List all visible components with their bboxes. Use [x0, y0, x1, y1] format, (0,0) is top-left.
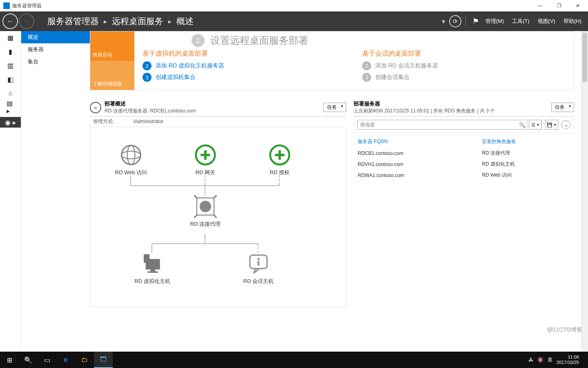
- close-button[interactable]: ✕: [568, 0, 587, 11]
- server-manager-icon[interactable]: 🗔: [94, 352, 113, 368]
- session-deploy-heading: 基于会话的桌面部署: [362, 49, 566, 58]
- minimize-button[interactable]: —: [531, 0, 550, 11]
- show-desktop-button[interactable]: [582, 352, 588, 368]
- rd-licensing-node[interactable]: RD 授权: [259, 144, 300, 176]
- table-row[interactable]: RDVH1.contoso.comRD 虚拟化主机: [354, 159, 574, 170]
- table-row[interactable]: RDWA1.contoso.comRD Web 访问: [354, 170, 574, 181]
- add-session-host-link[interactable]: 2 添加 RD 会话主机服务器: [362, 61, 566, 70]
- tasks-dropdown[interactable]: 任务: [551, 103, 574, 112]
- rail-iis-icon[interactable]: ⌂: [7, 89, 15, 97]
- sidebar-item-collections[interactable]: 集合: [21, 56, 90, 68]
- quickstart-tile[interactable]: 快速启动: [90, 31, 134, 61]
- col-fqdn[interactable]: 服务器 FQDN: [354, 136, 478, 148]
- nav-forward-button[interactable]: →: [19, 13, 34, 29]
- menu-view[interactable]: 视图(V): [534, 18, 559, 25]
- titlebar: 服务器管理器 — ❐ ✕: [0, 0, 588, 11]
- servers-table: 服务器 FQDN 安装的角色服务 RDCB1.contoso.comRD 连接代…: [354, 136, 574, 181]
- rail-file-services-icon[interactable]: ◧: [7, 75, 15, 83]
- link-label: 添加 RD 虚拟化主机服务器: [156, 62, 224, 70]
- maximize-button[interactable]: ❐: [550, 0, 568, 11]
- deployment-diagram: RD Web 访问 RD 网关 RD 授权 RD 连接代理: [90, 127, 346, 307]
- search-icon[interactable]: 🔍: [519, 122, 526, 128]
- side-nav: 概述 服务器 集合: [21, 31, 90, 352]
- breadcrumb-sep-icon: ▸: [101, 18, 109, 25]
- plus-circle-icon: [268, 144, 291, 166]
- sidebar-item-servers[interactable]: 服务器: [21, 43, 90, 56]
- ie-icon[interactable]: e: [56, 352, 75, 368]
- col-role[interactable]: 安装的角色服务: [478, 136, 574, 148]
- start-button[interactable]: ⊞: [0, 352, 19, 368]
- clock[interactable]: 11:06 2017/10/25: [557, 355, 582, 365]
- deploy-subtitle: RD 连接代理服务器: RDCB1.contoso.com: [105, 108, 320, 114]
- explorer-icon[interactable]: 🗀: [75, 352, 94, 368]
- deploy-title: 部署概述: [105, 100, 320, 108]
- rail-rds-icon[interactable]: ◉ ▸: [0, 117, 21, 128]
- info-bubble-icon: [247, 252, 270, 275]
- refresh-button[interactable]: ⟳: [449, 15, 461, 27]
- save-query-dropdown[interactable]: 💾: [545, 120, 558, 130]
- deployment-overview-panel: « 部署概述 RD 连接代理服务器: RDCB1.contoso.com 任务 …: [90, 100, 346, 307]
- expand-button[interactable]: ⌄: [561, 120, 570, 129]
- add-virt-host-link[interactable]: 2 添加 RD 虚拟化主机服务器: [143, 61, 346, 70]
- svg-rect-12: [146, 259, 160, 269]
- rd-broker-node[interactable]: RD 连接代理: [181, 195, 230, 228]
- menu-help[interactable]: 帮助(H): [559, 18, 586, 25]
- rail-storage-icon[interactable]: ▤ ▸: [7, 103, 15, 111]
- node-label: RD 虚拟化主机: [128, 278, 177, 285]
- create-session-collection-link[interactable]: 3 创建会话集合: [362, 73, 566, 82]
- breadcrumb-level2[interactable]: 概述: [174, 16, 196, 27]
- rail-local-server-icon[interactable]: ▮: [7, 47, 15, 56]
- link-label: 添加 RD 会话主机服务器: [375, 62, 438, 70]
- collapse-icon[interactable]: «: [90, 102, 101, 113]
- deployment-servers-panel: 部署服务器 上次刷新时间 2017/10/25 11:05:01 | 所有 RD…: [354, 100, 574, 307]
- menu-tools[interactable]: 工具(T): [508, 18, 534, 25]
- globe-icon: [120, 144, 143, 166]
- rd-virt-host-node[interactable]: RD 虚拟化主机: [128, 252, 177, 285]
- notifications-flag-icon[interactable]: ⚑: [470, 17, 481, 26]
- managed-by-label: 管理方式:: [93, 119, 114, 124]
- task-view-button[interactable]: ▭: [38, 352, 56, 368]
- learn-more-tile[interactable]: 了解详细信息: [90, 61, 134, 90]
- node-label: RD Web 访问: [111, 169, 151, 176]
- menu-manage[interactable]: 管理(M): [481, 18, 508, 25]
- node-label: RD 连接代理: [181, 220, 230, 228]
- svg-point-10: [200, 201, 211, 212]
- rail-all-servers-icon[interactable]: ▥: [7, 61, 15, 70]
- ime-indicator[interactable]: 英: [548, 357, 552, 364]
- network-icon[interactable]: 🖧: [528, 357, 533, 363]
- nav-back-button[interactable]: ←: [2, 13, 18, 29]
- rd-session-host-node[interactable]: RD 会话主机: [234, 252, 283, 285]
- sidebar-item-overview[interactable]: 概述: [21, 31, 90, 43]
- rd-web-access-node[interactable]: RD Web 访问: [111, 144, 151, 176]
- node-label: RD 授权: [259, 169, 300, 176]
- filter-input[interactable]: [357, 120, 527, 130]
- step-number-icon: 3: [143, 73, 151, 82]
- servers-subtitle: 上次刷新时间 2017/10/25 11:05:01 | 所有 RDS 角色服务…: [354, 108, 548, 114]
- search-button[interactable]: 🔍: [19, 352, 38, 368]
- broker-icon: [194, 195, 217, 218]
- step-number-icon: 1: [192, 34, 205, 47]
- scrollbar[interactable]: [581, 31, 588, 352]
- svg-point-1: [122, 151, 141, 159]
- window-title: 服务器管理器: [12, 2, 42, 9]
- breadcrumb-root[interactable]: 服务器管理器: [45, 16, 101, 27]
- step-number-icon: 2: [362, 61, 371, 70]
- rd-gateway-node[interactable]: RD 网关: [185, 144, 226, 176]
- content-area: 快速启动 了解详细信息 1 设置远程桌面服务部署 基于虚拟机的桌面部署 2 添加…: [90, 31, 588, 352]
- rail-dashboard-icon[interactable]: ▦: [7, 34, 15, 42]
- link-label: 创建虚拟机集合: [156, 74, 196, 81]
- breadcrumb-level1[interactable]: 远程桌面服务: [109, 16, 166, 27]
- setup-step-1: 1 设置远程桌面服务部署: [192, 34, 566, 47]
- vm-deploy-heading: 基于虚拟机的桌面部署: [143, 49, 346, 58]
- dropdown-icon[interactable]: ▾: [439, 18, 448, 25]
- divider: [466, 16, 466, 26]
- system-tray[interactable]: 🖧 🔇 英: [524, 357, 557, 364]
- create-vm-collection-link[interactable]: 3 创建虚拟机集合: [143, 73, 346, 82]
- volume-icon[interactable]: 🔇: [537, 357, 543, 363]
- quickstart-block: 快速启动 了解详细信息 1 设置远程桌面服务部署 基于虚拟机的桌面部署 2 添加…: [90, 31, 574, 90]
- tasks-dropdown[interactable]: 任务: [323, 103, 346, 112]
- view-options-dropdown[interactable]: ☰: [529, 120, 542, 130]
- table-row[interactable]: RDCB1.contoso.comRD 连接代理: [354, 148, 574, 159]
- node-label: RD 会话主机: [234, 278, 283, 285]
- clock-time: 11:06: [557, 355, 579, 360]
